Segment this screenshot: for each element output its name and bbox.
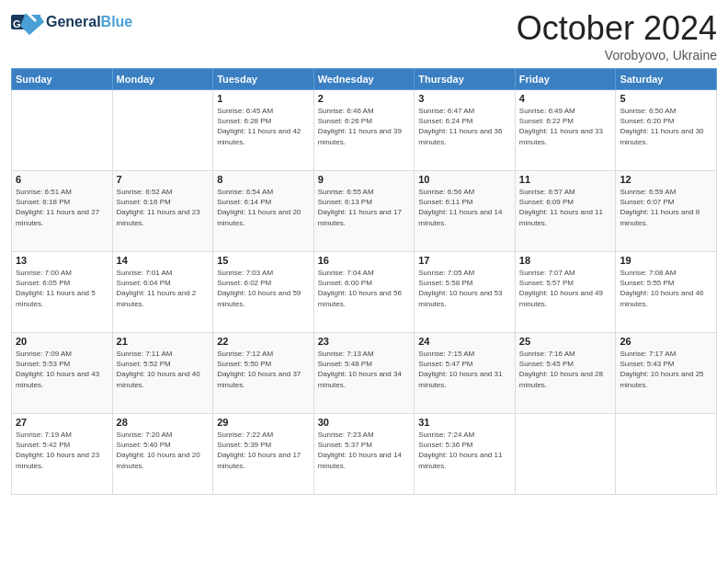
svg-text:G: G [13, 18, 21, 29]
table-row: 1Sunrise: 6:45 AM Sunset: 6:28 PM Daylig… [213, 90, 314, 171]
table-row: 3Sunrise: 6:47 AM Sunset: 6:24 PM Daylig… [415, 90, 516, 171]
table-row: 5Sunrise: 6:50 AM Sunset: 6:20 PM Daylig… [616, 90, 717, 171]
day-number: 26 [620, 336, 712, 347]
table-row: 2Sunrise: 6:46 AM Sunset: 6:26 PM Daylig… [313, 90, 415, 171]
day-number: 21 [117, 336, 210, 347]
table-row: 4Sunrise: 6:49 AM Sunset: 6:22 PM Daylig… [515, 90, 616, 171]
day-info: Sunrise: 6:55 AM Sunset: 6:13 PM Dayligh… [318, 187, 411, 228]
table-row [12, 90, 113, 171]
col-thursday: Thursday [415, 69, 516, 90]
logo: G GeneralBlue [11, 9, 132, 35]
day-info: Sunrise: 7:13 AM Sunset: 5:48 PM Dayligh… [318, 349, 411, 390]
title-month: October 2024 [517, 9, 717, 48]
day-info: Sunrise: 6:57 AM Sunset: 6:09 PM Dayligh… [519, 187, 612, 228]
table-row: 24Sunrise: 7:15 AM Sunset: 5:47 PM Dayli… [415, 333, 516, 414]
table-row: 25Sunrise: 7:16 AM Sunset: 5:45 PM Dayli… [515, 333, 616, 414]
day-number: 4 [519, 93, 612, 104]
table-row: 30Sunrise: 7:23 AM Sunset: 5:37 PM Dayli… [313, 414, 415, 495]
day-info: Sunrise: 7:23 AM Sunset: 5:37 PM Dayligh… [318, 430, 411, 471]
header: G GeneralBlue October 2024 Vorobyovo, Uk… [11, 9, 717, 63]
day-info: Sunrise: 7:11 AM Sunset: 5:52 PM Dayligh… [117, 349, 210, 390]
day-number: 9 [318, 174, 411, 185]
day-number: 15 [217, 255, 310, 266]
day-info: Sunrise: 6:45 AM Sunset: 6:28 PM Dayligh… [217, 106, 310, 147]
day-number: 25 [519, 336, 612, 347]
table-row: 19Sunrise: 7:08 AM Sunset: 5:55 PM Dayli… [616, 252, 717, 333]
day-info: Sunrise: 7:17 AM Sunset: 5:43 PM Dayligh… [620, 349, 712, 390]
day-number: 17 [418, 255, 511, 266]
day-info: Sunrise: 7:20 AM Sunset: 5:40 PM Dayligh… [117, 430, 210, 471]
day-number: 18 [519, 255, 612, 266]
calendar-week-row: 6Sunrise: 6:51 AM Sunset: 6:18 PM Daylig… [12, 171, 717, 252]
table-row: 28Sunrise: 7:20 AM Sunset: 5:40 PM Dayli… [112, 414, 213, 495]
day-info: Sunrise: 7:01 AM Sunset: 6:04 PM Dayligh… [117, 268, 210, 309]
table-row: 17Sunrise: 7:05 AM Sunset: 5:58 PM Dayli… [415, 252, 516, 333]
day-number: 23 [318, 336, 411, 347]
logo-name: GeneralBlue [46, 14, 132, 30]
day-info: Sunrise: 6:50 AM Sunset: 6:20 PM Dayligh… [620, 106, 712, 147]
day-info: Sunrise: 7:03 AM Sunset: 6:02 PM Dayligh… [217, 268, 310, 309]
table-row [616, 414, 717, 495]
day-number: 24 [418, 336, 511, 347]
col-friday: Friday [515, 69, 616, 90]
day-info: Sunrise: 6:49 AM Sunset: 6:22 PM Dayligh… [519, 106, 612, 147]
day-info: Sunrise: 7:24 AM Sunset: 5:36 PM Dayligh… [418, 430, 511, 471]
day-info: Sunrise: 7:19 AM Sunset: 5:42 PM Dayligh… [16, 430, 108, 471]
day-number: 13 [16, 255, 108, 266]
day-number: 27 [16, 417, 108, 428]
calendar-week-row: 27Sunrise: 7:19 AM Sunset: 5:42 PM Dayli… [12, 414, 717, 495]
table-row: 18Sunrise: 7:07 AM Sunset: 5:57 PM Dayli… [515, 252, 616, 333]
logo-icon: G [11, 9, 44, 35]
day-info: Sunrise: 7:09 AM Sunset: 5:53 PM Dayligh… [16, 349, 108, 390]
day-number: 30 [318, 417, 411, 428]
day-info: Sunrise: 6:46 AM Sunset: 6:26 PM Dayligh… [318, 106, 411, 147]
table-row: 10Sunrise: 6:56 AM Sunset: 6:11 PM Dayli… [415, 171, 516, 252]
table-row: 13Sunrise: 7:00 AM Sunset: 6:05 PM Dayli… [12, 252, 113, 333]
day-info: Sunrise: 7:12 AM Sunset: 5:50 PM Dayligh… [217, 349, 310, 390]
day-number: 14 [117, 255, 210, 266]
col-wednesday: Wednesday [313, 69, 415, 90]
table-row: 8Sunrise: 6:54 AM Sunset: 6:14 PM Daylig… [213, 171, 314, 252]
day-number: 10 [418, 174, 511, 185]
table-row [112, 90, 213, 171]
day-info: Sunrise: 7:07 AM Sunset: 5:57 PM Dayligh… [519, 268, 612, 309]
table-row: 29Sunrise: 7:22 AM Sunset: 5:39 PM Dayli… [213, 414, 314, 495]
day-info: Sunrise: 7:08 AM Sunset: 5:55 PM Dayligh… [620, 268, 712, 309]
day-info: Sunrise: 6:56 AM Sunset: 6:11 PM Dayligh… [418, 187, 511, 228]
day-number: 29 [217, 417, 310, 428]
day-info: Sunrise: 6:52 AM Sunset: 6:16 PM Dayligh… [117, 187, 210, 228]
table-row: 20Sunrise: 7:09 AM Sunset: 5:53 PM Dayli… [12, 333, 113, 414]
col-saturday: Saturday [616, 69, 717, 90]
table-row: 9Sunrise: 6:55 AM Sunset: 6:13 PM Daylig… [313, 171, 415, 252]
table-row: 11Sunrise: 6:57 AM Sunset: 6:09 PM Dayli… [515, 171, 616, 252]
day-info: Sunrise: 6:59 AM Sunset: 6:07 PM Dayligh… [620, 187, 712, 228]
day-number: 2 [318, 93, 411, 104]
day-number: 22 [217, 336, 310, 347]
day-number: 3 [418, 93, 511, 104]
col-tuesday: Tuesday [213, 69, 314, 90]
table-row: 22Sunrise: 7:12 AM Sunset: 5:50 PM Dayli… [213, 333, 314, 414]
day-number: 19 [620, 255, 712, 266]
table-row: 27Sunrise: 7:19 AM Sunset: 5:42 PM Dayli… [12, 414, 113, 495]
col-monday: Monday [112, 69, 213, 90]
day-number: 6 [16, 174, 108, 185]
day-info: Sunrise: 7:22 AM Sunset: 5:39 PM Dayligh… [217, 430, 310, 471]
calendar-table: Sunday Monday Tuesday Wednesday Thursday… [11, 68, 717, 495]
day-info: Sunrise: 7:04 AM Sunset: 6:00 PM Dayligh… [318, 268, 411, 309]
day-info: Sunrise: 6:54 AM Sunset: 6:14 PM Dayligh… [217, 187, 310, 228]
day-info: Sunrise: 7:05 AM Sunset: 5:58 PM Dayligh… [418, 268, 511, 309]
col-sunday: Sunday [12, 69, 113, 90]
day-info: Sunrise: 6:51 AM Sunset: 6:18 PM Dayligh… [16, 187, 108, 228]
page: G GeneralBlue October 2024 Vorobyovo, Uk… [0, 0, 728, 563]
day-info: Sunrise: 7:16 AM Sunset: 5:45 PM Dayligh… [519, 349, 612, 390]
day-info: Sunrise: 7:15 AM Sunset: 5:47 PM Dayligh… [418, 349, 511, 390]
calendar-week-row: 20Sunrise: 7:09 AM Sunset: 5:53 PM Dayli… [12, 333, 717, 414]
day-number: 8 [217, 174, 310, 185]
day-info: Sunrise: 6:47 AM Sunset: 6:24 PM Dayligh… [418, 106, 511, 147]
table-row: 26Sunrise: 7:17 AM Sunset: 5:43 PM Dayli… [616, 333, 717, 414]
day-number: 28 [117, 417, 210, 428]
table-row: 12Sunrise: 6:59 AM Sunset: 6:07 PM Dayli… [616, 171, 717, 252]
day-number: 20 [16, 336, 108, 347]
day-number: 5 [620, 93, 712, 104]
table-row: 6Sunrise: 6:51 AM Sunset: 6:18 PM Daylig… [12, 171, 113, 252]
